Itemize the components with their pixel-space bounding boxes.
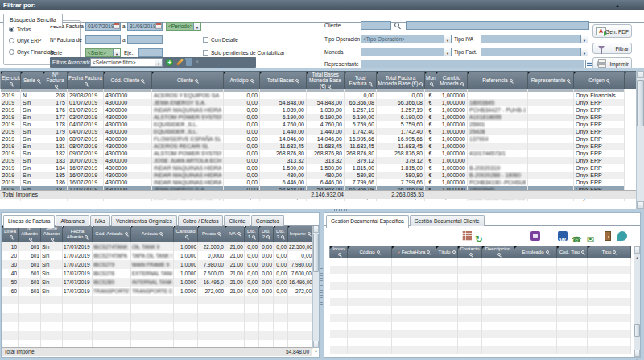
scroll-up-icon[interactable] [313, 226, 319, 233]
tab-busqueda-sencilla[interactable]: Búsqueda Sencilla [3, 14, 63, 26]
column-header[interactable]: Mon. [425, 72, 436, 89]
column-filter-icon[interactable] [85, 235, 88, 238]
column-header[interactable]: Representante [528, 72, 574, 89]
column-filter-icon[interactable] [55, 85, 58, 88]
column-filter-icon[interactable] [252, 235, 255, 238]
column-header[interactable]: Dto. 1 [245, 226, 259, 242]
column-filter-icon[interactable] [452, 250, 456, 254]
calendar-icon[interactable] [155, 23, 162, 29]
filtro-select[interactable]: <Seleccione filtro> [90, 58, 163, 67]
splitter-handle[interactable] [332, 209, 349, 211]
table-row[interactable]: 2019Sin17501/07/20194300000JEMA ENERGY S… [1, 99, 637, 106]
filtrar-button[interactable]: Filtrar [592, 43, 632, 54]
column-header[interactable] [625, 72, 637, 89]
column-header[interactable]: Tipo [588, 246, 631, 258]
column-filter-icon[interactable] [369, 82, 372, 85]
eje-input[interactable] [138, 48, 163, 57]
tipo-iva-select[interactable] [481, 35, 588, 43]
add-filter-icon[interactable] [166, 59, 173, 66]
serie-select[interactable]: <Serie> [85, 48, 121, 57]
table-row[interactable]: 2019Sin18310/07/20194300000JOSE JUAN ART… [1, 157, 637, 164]
column-header[interactable]: Total Bases [260, 72, 307, 89]
n-factura-a-input[interactable] [127, 35, 163, 44]
cliente-code-input[interactable] [361, 21, 391, 30]
column-filter-icon[interactable] [295, 79, 299, 82]
column-filter-icon[interactable] [613, 250, 616, 254]
table-row[interactable]: 2019Sin17703/07/20194300000ALSTOM POWER … [1, 114, 637, 121]
column-filter-icon[interactable] [237, 232, 241, 235]
column-filter-icon[interactable] [51, 238, 54, 241]
documents-scrollbar[interactable] [634, 246, 640, 357]
scroll-down-icon[interactable] [634, 350, 640, 357]
column-filter-icon[interactable] [567, 79, 570, 82]
column-header[interactable]: Precio [198, 226, 225, 242]
column-header[interactable]: Dto. 3 [274, 226, 288, 242]
column-filter-icon[interactable] [328, 85, 331, 88]
column-filter-icon[interactable] [29, 238, 32, 241]
column-header[interactable]: Total Factura Moneda Base (€) [377, 72, 425, 89]
vertical-splitter-handle[interactable] [320, 268, 323, 305]
table-row[interactable]: 30601Sin17/07/2019IBCS279MAIN FRAME 91,0… [2, 260, 313, 269]
table-row[interactable]: 50601Sin17/07/2019IBCS280INTERNAL TANK F… [2, 278, 313, 287]
column-filter-icon[interactable] [510, 79, 513, 82]
column-header[interactable]: Nº Factura [43, 72, 68, 89]
periodo-select[interactable]: <Período> [166, 22, 201, 31]
collapse-panel-icon[interactable] [612, 0, 623, 10]
table-row[interactable]: 2019Sin18416/07/20194300000INDAR MAQUINA… [1, 164, 637, 172]
column-header[interactable]: Importe [288, 226, 313, 242]
column-filter-icon[interactable] [250, 79, 254, 82]
invoices-scrollbar[interactable] [636, 71, 644, 209]
solo-pendientes-checkbox[interactable]: Solo pendientes de Contabilizar [203, 49, 285, 56]
column-header[interactable]: Línea [2, 226, 19, 242]
column-header[interactable]: Cambio Moneda [436, 72, 468, 89]
imprimir-button[interactable]: Imprimir [592, 57, 632, 69]
column-header[interactable]: Empleado [514, 246, 557, 258]
mail-icon[interactable] [584, 231, 597, 241]
image-icon[interactable] [530, 231, 540, 241]
cliente-name-input[interactable] [406, 21, 589, 30]
lineas-scrollbar[interactable] [312, 226, 319, 348]
column-header[interactable]: Nº Albarán [19, 226, 41, 242]
table-row[interactable]: 40601Sin17/07/2019IBCS276EXTERNAL TANK 9… [2, 269, 313, 278]
column-filter-icon[interactable] [430, 82, 433, 85]
table-row[interactable]: 20601Sin17/07/2019IBCS274TAPATAPA OIL TA… [2, 251, 313, 260]
scroll-down-icon[interactable] [637, 201, 644, 209]
column-header[interactable]: Icono [330, 246, 348, 258]
scroll-thumb[interactable] [313, 234, 319, 272]
clear-filter-icon[interactable]: × [196, 59, 199, 64]
column-filter-icon[interactable] [10, 235, 13, 238]
column-header[interactable]: Referencia [468, 72, 528, 89]
column-filter-icon[interactable] [427, 250, 430, 254]
door-icon[interactable] [605, 231, 611, 241]
column-filter-icon[interactable] [141, 79, 144, 82]
column-filter-icon[interactable] [37, 79, 40, 82]
tab-gestión-documental-específica[interactable]: Gestión Documental Específica [326, 215, 409, 228]
scroll-up-icon[interactable] [637, 71, 644, 78]
column-header[interactable]: Serie [21, 72, 43, 89]
radio-onyx-erp[interactable]: Onyx ERP [9, 37, 41, 44]
column-filter-icon[interactable] [159, 232, 163, 235]
scroll-up-icon[interactable] [634, 246, 640, 254]
column-filter-icon[interactable] [460, 82, 464, 85]
column-header[interactable]: Cód. Cliente [104, 72, 152, 89]
column-header[interactable]: Descripcion [482, 246, 514, 258]
column-filter-icon[interactable] [419, 82, 423, 85]
column-filter-icon[interactable] [195, 79, 198, 82]
radio-onyx-financials[interactable]: Onyx Financials [9, 48, 54, 56]
column-header[interactable]: Dto. 2 [259, 226, 274, 242]
column-filter-icon[interactable] [85, 82, 88, 85]
column-filter-icon[interactable] [125, 232, 128, 235]
table-row[interactable]: 2019Sin18616/07/20194300000INDAR MAQUINA… [1, 179, 637, 186]
scroll-thumb[interactable] [637, 80, 644, 126]
tipo-fact-select[interactable] [481, 48, 588, 56]
phone-icon[interactable] [572, 231, 581, 241]
edit-filter-icon[interactable] [176, 58, 184, 65]
column-filter-icon[interactable] [217, 232, 221, 235]
column-header[interactable]: Fecha Albarán [63, 226, 93, 242]
column-header[interactable]: Serie Albarán [41, 226, 63, 242]
column-filter-icon[interactable] [281, 235, 284, 238]
table-row[interactable]: 2019Sin18516/07/20194300000INDAR MAQUINA… [1, 172, 637, 179]
moneda-select[interactable] [361, 48, 452, 56]
column-header[interactable]: Origen [574, 72, 625, 89]
column-filter-icon[interactable] [581, 250, 584, 254]
